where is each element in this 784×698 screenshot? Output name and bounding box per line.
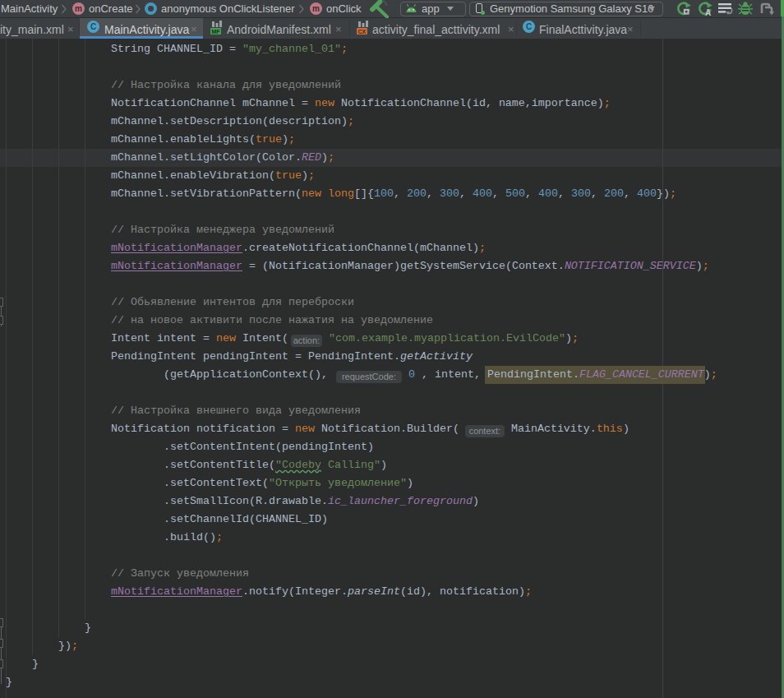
svg-text:MF: MF [212,29,221,35]
svg-text:A: A [705,8,711,17]
svg-text:CX: CX [358,29,367,35]
